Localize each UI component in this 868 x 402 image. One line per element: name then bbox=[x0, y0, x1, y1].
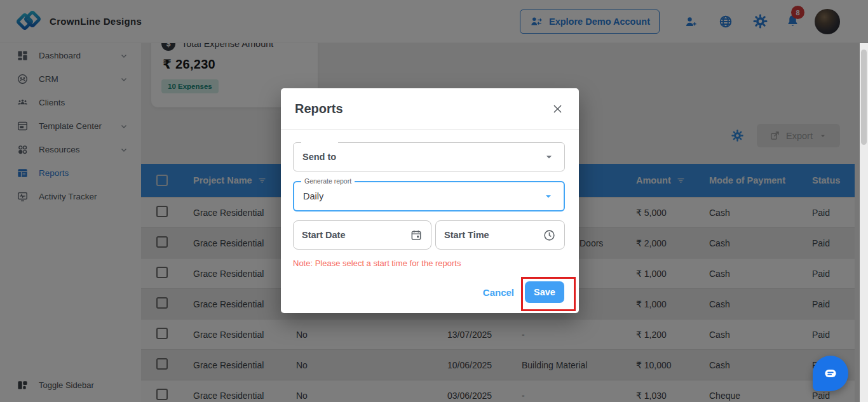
close-icon[interactable] bbox=[552, 103, 564, 115]
annotation-highlight-box bbox=[521, 277, 576, 311]
scrollbar-thumb[interactable] bbox=[861, 50, 867, 145]
dialog-title: Reports bbox=[295, 102, 343, 116]
cancel-button[interactable]: Cancel bbox=[483, 287, 514, 298]
generate-report-select[interactable]: Generate report Daily bbox=[293, 181, 565, 211]
start-time-field[interactable]: Start Time bbox=[435, 220, 565, 250]
chat-icon bbox=[822, 365, 839, 382]
dropdown-arrow-icon bbox=[543, 151, 555, 163]
send-to-select[interactable]: Send to bbox=[293, 142, 565, 171]
clock-icon[interactable] bbox=[543, 229, 556, 242]
vertical-scrollbar[interactable] bbox=[860, 43, 868, 402]
calendar-icon[interactable] bbox=[410, 229, 423, 241]
dropdown-arrow-icon bbox=[542, 190, 555, 203]
start-date-field[interactable]: Start Date bbox=[293, 220, 431, 250]
start-time-note: Note: Please select a start time for the… bbox=[293, 258, 565, 268]
chat-fab-button[interactable] bbox=[813, 356, 848, 391]
